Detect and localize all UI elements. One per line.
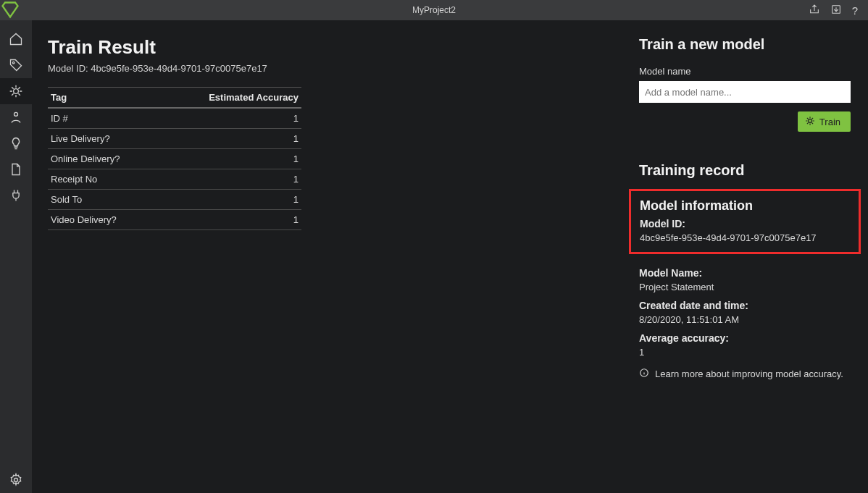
svg-point-3 [14, 112, 18, 116]
sidebar [0, 20, 32, 493]
window-title: MyProject2 [412, 5, 456, 15]
train-button-label: Train [819, 117, 840, 127]
table-row: ID #1 [48, 108, 301, 129]
model-id-full: 4bc9e5fe-953e-49d4-9701-97c0075e7e17 [640, 232, 850, 243]
page-title: Train Result [48, 36, 601, 59]
train-row: Train [639, 111, 851, 132]
model-name-kv-value: Project Statement [639, 282, 851, 292]
titlebar-right: ? [809, 4, 868, 17]
sidebar-item-tag[interactable] [0, 52, 32, 78]
svg-point-2 [14, 89, 19, 94]
svg-point-5 [809, 119, 812, 122]
model-id-value: 4bc9e5fe-953e-49d4-9701-97c0075e7e17 [91, 63, 267, 74]
model-info-heading: Model information [640, 198, 850, 214]
model-id-prefix: Model ID: [48, 63, 91, 74]
results-table: Tag Estimated Accuracy ID #1 Live Delive… [48, 87, 301, 230]
info-icon [639, 368, 649, 380]
svg-point-1 [12, 62, 14, 64]
col-acc: Estimated Accuracy [159, 88, 301, 109]
main: Train Result Model ID: 4bc9e5fe-953e-49d… [32, 20, 868, 493]
avg-acc-label: Average accuracy: [639, 332, 851, 344]
model-name-label: Model name [639, 66, 851, 77]
app-logo-icon [0, 0, 20, 20]
train-button[interactable]: Train [798, 111, 851, 132]
gear-icon [805, 116, 815, 128]
learn-more-text: Learn more about improving model accurac… [655, 368, 843, 379]
panel-heading: Train a new model [639, 36, 851, 53]
content: Train Result Model ID: 4bc9e5fe-953e-49d… [32, 20, 622, 493]
sidebar-item-file[interactable] [0, 156, 32, 182]
model-name-input[interactable] [639, 81, 851, 103]
app-root: MyProject2 ? Train Result Model ID: 4bc9… [0, 0, 868, 493]
help-icon[interactable]: ? [852, 4, 858, 17]
sidebar-item-train[interactable] [0, 78, 32, 104]
titlebar: MyProject2 ? [0, 0, 868, 20]
col-tag: Tag [48, 88, 159, 109]
sidebar-item-person[interactable] [0, 104, 32, 130]
table-row: Receipt No1 [48, 169, 301, 190]
sidebar-item-lightbulb[interactable] [0, 130, 32, 156]
sidebar-item-plug[interactable] [0, 182, 32, 208]
model-id-label: Model ID: [640, 218, 850, 229]
table-row: Sold To1 [48, 190, 301, 210]
model-name-kv-label: Model Name: [639, 267, 851, 279]
training-record-heading: Training record [639, 162, 851, 179]
table-row: Online Delivery?1 [48, 149, 301, 169]
shell: Train Result Model ID: 4bc9e5fe-953e-49d… [0, 20, 868, 493]
sidebar-item-settings[interactable] [0, 467, 32, 493]
share-icon[interactable] [809, 4, 820, 17]
table-row: Live Delivery?1 [48, 129, 301, 149]
created-value: 8/20/2020, 11:51:01 AM [639, 314, 851, 325]
right-panel: Train a new model Model name Train Train… [622, 20, 868, 493]
model-id-sub: Model ID: 4bc9e5fe-953e-49d4-9701-97c007… [48, 63, 601, 74]
avg-acc-value: 1 [639, 347, 851, 358]
sidebar-item-home[interactable] [0, 26, 32, 52]
save-icon[interactable] [830, 4, 842, 17]
learn-more-link[interactable]: Learn more about improving model accurac… [639, 368, 851, 380]
svg-point-4 [14, 479, 18, 482]
created-label: Created date and time: [639, 300, 851, 311]
model-information-box: Model information Model ID: 4bc9e5fe-953… [629, 189, 861, 254]
table-row: Video Delivery?1 [48, 210, 301, 230]
